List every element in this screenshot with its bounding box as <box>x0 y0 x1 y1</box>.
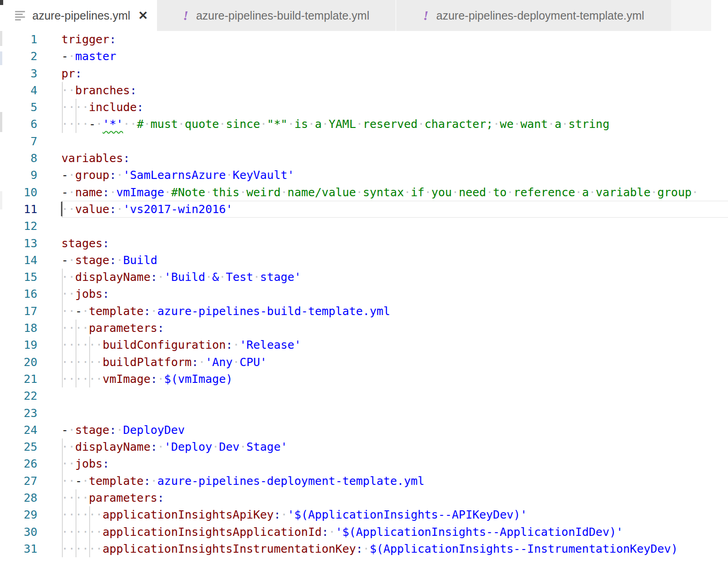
code-token: vmImage <box>102 372 150 386</box>
code-line[interactable]: 31······applicationInsightsInstrumentati… <box>0 540 728 557</box>
code-token: : <box>137 101 144 114</box>
code-line[interactable]: 23 <box>0 405 728 422</box>
code-line[interactable]: 25··displayName:·'Deploy·Dev·Stage' <box>0 438 728 455</box>
code-line[interactable]: 9-·group:·'SamLearnsAzure·KeyVault' <box>0 167 728 183</box>
whitespace-dot: · <box>68 356 75 369</box>
code-token: - <box>61 254 68 267</box>
code-token: need <box>459 186 486 199</box>
whitespace-dot: · <box>68 270 75 284</box>
code-line[interactable]: 1trigger: <box>0 31 728 48</box>
code-line[interactable]: 4··branches: <box>0 82 728 99</box>
line-number: 2 <box>0 48 37 65</box>
tab-azure-pipelines-deployment-template-yml[interactable]: ! azure-pipelines-deployment-template.ym… <box>395 0 671 31</box>
code-line[interactable]: 11··value:·'vs2017-win2016' <box>0 201 728 218</box>
code-line[interactable]: 30······applicationInsightsApplicationId… <box>0 524 728 540</box>
tab-azure-pipelines-yml[interactable]: azure-pipelines.yml ✕ <box>0 0 157 31</box>
whitespace-dot: · <box>130 117 137 131</box>
code-token: variables <box>61 152 123 165</box>
line-number: 10 <box>0 184 37 201</box>
whitespace-dot: · <box>109 186 116 199</box>
code-token: : <box>356 542 363 555</box>
tab-azure-pipelines-build-template-yml[interactable]: ! azure-pipelines-build-template.yml <box>157 0 395 31</box>
code-token: applicationInsightsInstrumentationKey <box>102 542 356 555</box>
code-line[interactable]: 28····parameters: <box>0 489 728 506</box>
whitespace-dot: · <box>363 542 369 555</box>
code-line[interactable]: 6····-·'*'··#·must·quote·since·"*"·is·a·… <box>0 116 728 132</box>
indent-guide-line <box>76 524 76 540</box>
whitespace-dot: · <box>514 117 521 131</box>
code-token: stage' <box>260 270 301 284</box>
line-number: 11 <box>0 201 37 218</box>
code-token: Build <box>123 254 157 267</box>
code-line[interactable]: 10-·name:·vmImage·#Note·this·weird·name/… <box>0 184 728 201</box>
whitespace-dot: · <box>96 372 102 386</box>
line-number: 31 <box>0 540 37 557</box>
indent-guide-line <box>62 320 63 336</box>
code-line[interactable]: 26··jobs: <box>0 455 728 472</box>
whitespace-dot: · <box>82 101 89 114</box>
whitespace-dot: · <box>82 491 89 504</box>
whitespace-dot: · <box>68 186 75 199</box>
indent-guide-line <box>89 371 90 387</box>
whitespace-dot: · <box>356 186 363 199</box>
code-line[interactable]: 24-·stage:·DeployDev <box>0 422 728 438</box>
code-token: displayName <box>75 440 151 453</box>
code-line[interactable]: 20······buildPlatform:·'Any·CPU' <box>0 354 728 371</box>
whitespace-dot: · <box>68 474 75 488</box>
code-line[interactable]: 27··-·template:·azure-pipelines-deployme… <box>0 473 728 489</box>
code-line[interactable]: 8variables: <box>0 150 728 167</box>
whitespace-dot: · <box>212 440 219 453</box>
line-number: 15 <box>0 269 37 285</box>
whitespace-dot: · <box>68 440 75 453</box>
indent-guide-line <box>62 99 63 116</box>
code-token: '*' <box>102 117 123 131</box>
code-line[interactable]: 22 <box>0 387 728 404</box>
whitespace-dot: · <box>452 186 459 199</box>
code-line[interactable]: 7 <box>0 133 728 150</box>
code-area[interactable]: 1trigger:2-·master3pr:4··branches:5····i… <box>0 31 728 557</box>
code-token: - <box>89 117 96 131</box>
code-token: name <box>75 186 102 199</box>
code-token: : <box>102 237 109 250</box>
code-token: quote <box>185 117 219 131</box>
code-token: buildConfiguration <box>102 338 226 351</box>
code-token: - <box>61 168 68 182</box>
code-line[interactable]: 2-·master <box>0 48 728 65</box>
code-line[interactable]: 16··jobs: <box>0 285 728 302</box>
whitespace-dot: · <box>116 203 123 216</box>
code-line[interactable]: 29······applicationInsightsApiKey:·'$(Ap… <box>0 506 728 523</box>
code-token: - <box>61 423 68 437</box>
code-line[interactable]: 12 <box>0 218 728 234</box>
code-line[interactable]: 19······buildConfiguration:·'Release' <box>0 336 728 353</box>
close-icon[interactable]: ✕ <box>138 10 148 21</box>
code-token: '$(ApplicationInsights--APIKeyDev)' <box>288 508 527 521</box>
code-line[interactable]: 21······vmImage:·$(vmImage) <box>0 371 728 387</box>
code-token: : <box>322 525 329 539</box>
indent-guide-line <box>62 540 63 557</box>
whitespace-dot: · <box>68 423 75 437</box>
code-line[interactable]: 5····include: <box>0 99 728 116</box>
code-token: Stage' <box>246 440 287 453</box>
whitespace-dot: · <box>68 254 75 267</box>
line-number: 26 <box>0 455 37 472</box>
code-line[interactable]: 15··displayName:·'Build·&·Test·stage' <box>0 269 728 285</box>
code-token: stage <box>75 423 109 437</box>
code-line[interactable]: 13stages: <box>0 235 728 252</box>
code-line[interactable]: 17··-·template:·azure-pipelines-build-te… <box>0 303 728 320</box>
tab-label: azure-pipelines-build-template.yml <box>196 9 369 22</box>
code-token: parameters <box>89 321 157 335</box>
whitespace-dot: · <box>151 474 157 488</box>
code-token: reserved <box>363 117 418 131</box>
indent-guide-line <box>62 438 63 455</box>
code-line[interactable]: 3pr: <box>0 65 728 82</box>
code-token: if <box>411 186 425 199</box>
whitespace-dot: · <box>157 270 164 284</box>
tab-bar-edge <box>711 0 728 31</box>
whitespace-dot: · <box>68 372 75 386</box>
code-token: buildPlatform <box>102 356 192 369</box>
code-line[interactable]: 18····parameters: <box>0 320 728 336</box>
code-token: we <box>500 117 514 131</box>
indent-guide-line <box>62 116 63 132</box>
line-number: 14 <box>0 252 37 269</box>
code-line[interactable]: 14-·stage:·Build <box>0 252 728 269</box>
